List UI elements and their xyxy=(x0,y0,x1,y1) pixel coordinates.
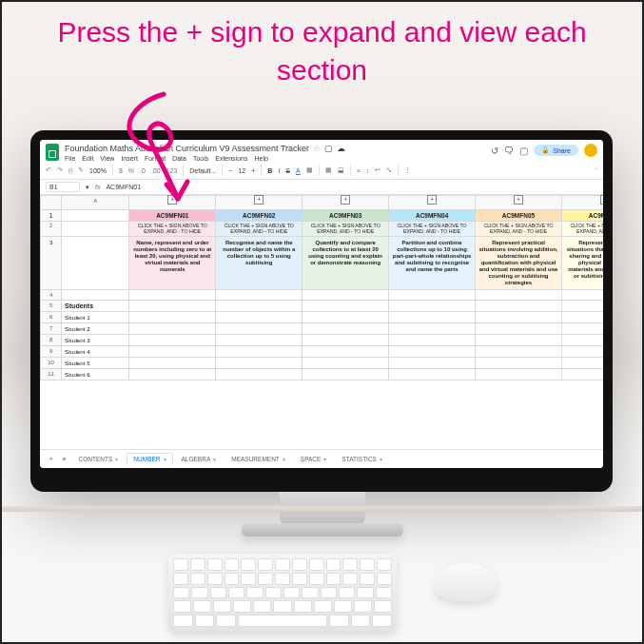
col-header[interactable]: +N xyxy=(216,196,302,210)
redo-icon[interactable]: ↷ xyxy=(57,166,63,174)
tab-statistics[interactable]: STATISTICS ▾ xyxy=(335,453,389,465)
tab-algebra[interactable]: ALGEBRA ▾ xyxy=(175,453,224,465)
halign-icon[interactable]: ≡ xyxy=(357,167,361,174)
cloud-icon[interactable]: ☁ xyxy=(337,144,345,153)
tab-measurement[interactable]: MEASUREMENT ▾ xyxy=(224,453,292,465)
sheets-icon xyxy=(46,144,59,161)
print-icon[interactable]: ⎙ xyxy=(68,167,72,174)
fill-color-icon[interactable]: ▦ xyxy=(306,166,313,174)
cell[interactable]: CLICK THE + SIGN ABOVE TO EXPAND, AND - … xyxy=(561,222,603,237)
cell[interactable]: CLICK THE + SIGN ABOVE TO EXPAND, AND - … xyxy=(302,222,389,237)
valign-icon[interactable]: ↕ xyxy=(366,167,370,174)
descriptor-row: 3 Name, represent and order numbers incl… xyxy=(41,237,604,289)
sheet-tabs: + ≡ CONTENTS ▾ NUMBER ▾ ALGEBRA ▾ MEASUR… xyxy=(40,449,603,468)
cell[interactable]: CLICK THE + SIGN ABOVE TO EXPAND, AND - … xyxy=(129,222,216,237)
scene-frame: Press the + sign to expand and view each… xyxy=(0,0,644,644)
cell[interactable]: Name, represent and order numbers includ… xyxy=(129,237,216,289)
cell[interactable]: AC9MFN04 xyxy=(389,210,476,222)
tab-contents[interactable]: CONTENTS ▾ xyxy=(72,453,126,465)
student-row: 11Student 6 xyxy=(41,368,604,380)
fx-icon: fx xyxy=(95,184,100,190)
text-color-button[interactable]: A xyxy=(296,167,301,174)
move-icon[interactable]: ▢ xyxy=(324,144,333,153)
student-row: 8Student 3 xyxy=(41,334,604,345)
cell[interactable]: Student 2 xyxy=(62,322,129,334)
cell[interactable]: Represent practical situations that invo… xyxy=(561,237,603,289)
account-avatar[interactable] xyxy=(584,144,597,157)
wrap-icon[interactable]: ↩ xyxy=(375,166,381,174)
menu-edit[interactable]: Edit xyxy=(82,155,93,162)
tab-space[interactable]: SPACE ▾ xyxy=(294,453,334,465)
col-header[interactable]: +AF xyxy=(476,196,562,210)
cell[interactable]: CLICK THE + SIGN ABOVE TO EXPAND, AND - … xyxy=(476,222,562,237)
cell[interactable]: Student 1 xyxy=(62,311,129,322)
name-box[interactable]: B1 xyxy=(46,182,80,192)
tab-number[interactable]: NUMBER ▾ xyxy=(127,453,172,465)
students-header-row: 5Students xyxy=(41,300,604,311)
expand-button[interactable]: + xyxy=(514,195,523,205)
cell[interactable]: Partition and combine collections up to … xyxy=(389,237,476,289)
expand-button[interactable]: + xyxy=(254,195,263,205)
collapse-icon[interactable]: ˆ xyxy=(595,167,597,174)
share-button[interactable]: 🔒 Share xyxy=(534,145,578,156)
monitor-stand-neck xyxy=(280,492,365,525)
cell[interactable]: Student 4 xyxy=(62,345,129,357)
more-icon[interactable]: ⋮ xyxy=(404,166,411,174)
student-row: 7Student 2 xyxy=(41,322,604,334)
col-header[interactable]: +T xyxy=(302,196,389,210)
star-icon[interactable]: ☆ xyxy=(313,144,321,153)
cell[interactable]: AC9MFN02 xyxy=(216,210,302,222)
cell[interactable]: Recognise and name the number of objects… xyxy=(216,237,302,289)
all-sheets-button[interactable]: ≡ xyxy=(59,454,70,464)
spreadsheet-grid[interactable]: A +H +N +T +Z +AF +AI 1 AC9MFN01 xyxy=(40,195,603,449)
paint-icon[interactable]: ✎ xyxy=(78,166,84,174)
expand-button[interactable]: + xyxy=(427,195,437,205)
arrow-annotation xyxy=(111,89,197,213)
student-row: 6Student 1 xyxy=(41,311,604,322)
col-header[interactable]: +Z xyxy=(389,196,476,210)
meet-icon[interactable]: ▢ xyxy=(519,146,528,156)
cell[interactable]: AC9MFN06 xyxy=(561,210,603,222)
expand-button[interactable]: + xyxy=(341,195,350,205)
comment-icon[interactable]: 🗨 xyxy=(504,146,514,156)
add-sheet-button[interactable]: + xyxy=(46,454,57,464)
col-header[interactable]: +AI xyxy=(561,196,603,210)
strike-button[interactable]: S xyxy=(285,167,290,174)
rotate-icon[interactable]: ⤡ xyxy=(386,166,392,174)
borders-icon[interactable]: ▦ xyxy=(325,166,332,174)
cell[interactable]: AC9MFN03 xyxy=(302,210,389,222)
merge-icon[interactable]: ⬓ xyxy=(338,166,344,174)
bold-button[interactable]: B xyxy=(267,167,272,174)
menu-file[interactable]: File xyxy=(65,155,75,162)
zoom-select[interactable]: 100% xyxy=(89,167,107,174)
cell[interactable]: CLICK THE + SIGN ABOVE TO EXPAND, AND - … xyxy=(216,222,302,237)
mouse xyxy=(435,563,497,601)
cell[interactable]: Student 5 xyxy=(62,357,129,368)
cell[interactable]: Student 3 xyxy=(62,334,129,345)
menu-extensions[interactable]: Extensions xyxy=(215,155,247,162)
italic-button[interactable]: I xyxy=(278,167,280,174)
instruction-row: 2 CLICK THE + SIGN ABOVE TO EXPAND, AND … xyxy=(41,222,604,237)
student-row: 10Student 5 xyxy=(41,357,604,368)
undo-icon[interactable]: ↶ xyxy=(46,166,51,174)
cell[interactable]: Quantify and compare collections to at l… xyxy=(302,237,389,289)
expand-button[interactable]: + xyxy=(600,195,603,205)
cell[interactable]: Represent practical situations involving… xyxy=(476,237,562,289)
font-size[interactable]: 12 xyxy=(238,167,245,174)
cell[interactable]: AC9MFN05 xyxy=(476,210,562,222)
cell[interactable]: CLICK THE + SIGN ABOVE TO EXPAND, AND - … xyxy=(389,222,476,237)
instruction-headline: Press the + sign to expand and view each… xyxy=(2,13,642,89)
menu-help[interactable]: Help xyxy=(254,155,267,162)
history-icon[interactable]: ↺ xyxy=(491,146,498,156)
monitor-stand-base xyxy=(242,523,403,537)
student-row: 9Student 4 xyxy=(41,345,604,357)
keyboard xyxy=(168,554,397,632)
students-header[interactable]: Students xyxy=(62,300,129,311)
cell[interactable]: Student 6 xyxy=(62,368,129,380)
blank-row: 4 xyxy=(41,289,604,300)
